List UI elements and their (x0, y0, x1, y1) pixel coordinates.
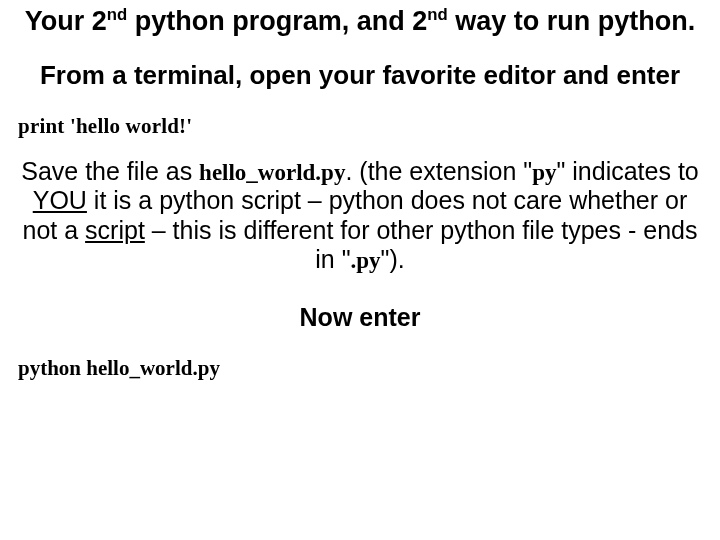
filename-text: hello_world.py (199, 160, 345, 185)
slide-subtitle: From a terminal, open your favorite edit… (16, 60, 704, 92)
title-sup2: nd (427, 5, 447, 24)
ext-py-2: .py (351, 248, 381, 273)
body-t3: " indicates to (556, 157, 698, 185)
code-print-line: print 'hello world!' (18, 114, 704, 139)
title-sup1: nd (107, 5, 127, 24)
title-part3: way to run python. (448, 6, 696, 36)
body-paragraph: Save the file as hello_world.py. (the ex… (16, 157, 704, 275)
title-part1: Your 2 (25, 6, 107, 36)
you-text: YOU (33, 186, 87, 214)
code-run-line: python hello_world.py (18, 356, 704, 381)
slide: Your 2nd python program, and 2nd way to … (0, 0, 720, 540)
body-t6: "). (381, 245, 405, 273)
body-t2: . (the extension " (345, 157, 532, 185)
script-text: script (85, 216, 145, 244)
now-enter-label: Now enter (16, 303, 704, 332)
ext-py-1: py (532, 160, 556, 185)
body-t5: – this is different for other python fil… (145, 216, 698, 274)
body-t1: Save the file as (21, 157, 199, 185)
title-part2: python program, and 2 (127, 6, 427, 36)
slide-title: Your 2nd python program, and 2nd way to … (16, 6, 704, 38)
